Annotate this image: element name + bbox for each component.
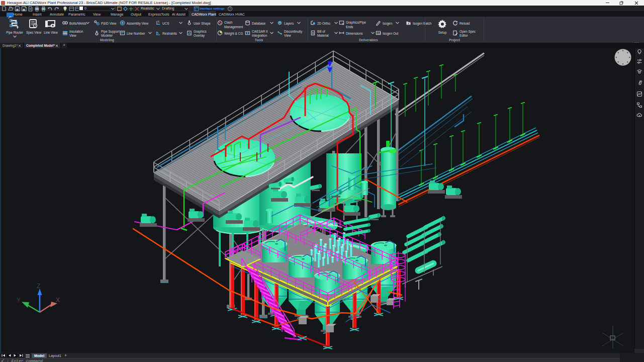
svg-text:Y: Y <box>17 297 21 304</box>
svg-text:ISO: ISO <box>377 32 381 35</box>
svg-text:N: N <box>158 21 159 23</box>
svg-text:X: X <box>56 297 60 304</box>
svg-text:Z: Z <box>37 283 40 290</box>
svg-text:?: ? <box>229 7 231 11</box>
svg-text:B: B <box>312 32 314 35</box>
